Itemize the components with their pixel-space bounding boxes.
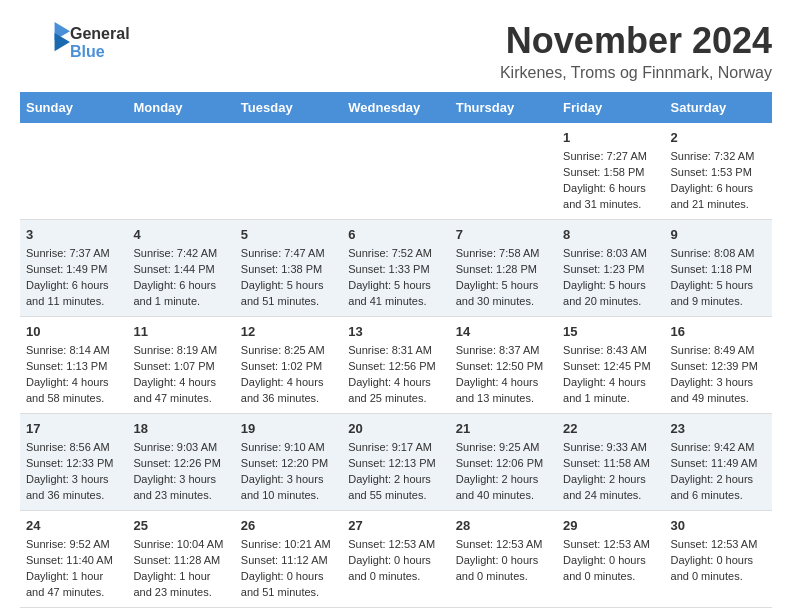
day-number: 14 (456, 323, 551, 341)
calendar-row: 3Sunrise: 7:37 AM Sunset: 1:49 PM Daylig… (20, 219, 772, 316)
header-tuesday: Tuesday (235, 92, 342, 123)
header-friday: Friday (557, 92, 664, 123)
calendar-cell: 2Sunrise: 7:32 AM Sunset: 1:53 PM Daylig… (665, 123, 772, 219)
calendar-cell: 27Sunset: 12:53 AM Daylight: 0 hours and… (342, 510, 449, 607)
calendar-cell: 19Sunrise: 9:10 AM Sunset: 12:20 PM Dayl… (235, 413, 342, 510)
day-number: 3 (26, 226, 121, 244)
header-saturday: Saturday (665, 92, 772, 123)
day-info: Sunrise: 9:25 AM Sunset: 12:06 PM Daylig… (456, 440, 551, 504)
day-info: Sunrise: 8:14 AM Sunset: 1:13 PM Dayligh… (26, 343, 121, 407)
day-info: Sunset: 12:53 AM Daylight: 0 hours and 0… (348, 537, 443, 585)
calendar-cell: 26Sunrise: 10:21 AM Sunset: 11:12 AM Day… (235, 510, 342, 607)
logo-text: GeneralBlue (70, 25, 130, 61)
day-number: 19 (241, 420, 336, 438)
day-info: Sunrise: 10:21 AM Sunset: 11:12 AM Dayli… (241, 537, 336, 601)
calendar-cell: 4Sunrise: 7:42 AM Sunset: 1:44 PM Daylig… (127, 219, 234, 316)
day-number: 26 (241, 517, 336, 535)
calendar-body: 1Sunrise: 7:27 AM Sunset: 1:58 PM Daylig… (20, 123, 772, 607)
calendar-cell: 17Sunrise: 8:56 AM Sunset: 12:33 PM Dayl… (20, 413, 127, 510)
calendar-cell: 11Sunrise: 8:19 AM Sunset: 1:07 PM Dayli… (127, 316, 234, 413)
day-info: Sunrise: 8:03 AM Sunset: 1:23 PM Dayligh… (563, 246, 658, 310)
logo-svg (20, 20, 70, 65)
day-number: 15 (563, 323, 658, 341)
day-number: 11 (133, 323, 228, 341)
day-number: 22 (563, 420, 658, 438)
calendar-cell: 25Sunrise: 10:04 AM Sunset: 11:28 AM Day… (127, 510, 234, 607)
day-number: 24 (26, 517, 121, 535)
day-number: 10 (26, 323, 121, 341)
day-number: 28 (456, 517, 551, 535)
calendar-cell: 8Sunrise: 8:03 AM Sunset: 1:23 PM Daylig… (557, 219, 664, 316)
day-info: Sunrise: 7:37 AM Sunset: 1:49 PM Dayligh… (26, 246, 121, 310)
day-number: 20 (348, 420, 443, 438)
calendar-cell: 29Sunset: 12:53 AM Daylight: 0 hours and… (557, 510, 664, 607)
calendar-cell: 24Sunrise: 9:52 AM Sunset: 11:40 AM Dayl… (20, 510, 127, 607)
calendar-cell: 1Sunrise: 7:27 AM Sunset: 1:58 PM Daylig… (557, 123, 664, 219)
day-info: Sunrise: 10:04 AM Sunset: 11:28 AM Dayli… (133, 537, 228, 601)
header-wednesday: Wednesday (342, 92, 449, 123)
calendar-row: 1Sunrise: 7:27 AM Sunset: 1:58 PM Daylig… (20, 123, 772, 219)
calendar-cell (235, 123, 342, 219)
calendar-cell: 21Sunrise: 9:25 AM Sunset: 12:06 PM Dayl… (450, 413, 557, 510)
day-number: 17 (26, 420, 121, 438)
day-number: 2 (671, 129, 766, 147)
day-number: 12 (241, 323, 336, 341)
day-info: Sunrise: 8:49 AM Sunset: 12:39 PM Daylig… (671, 343, 766, 407)
page-title: November 2024 (500, 20, 772, 62)
calendar-cell (450, 123, 557, 219)
logo: GeneralBlue (20, 20, 130, 65)
day-info: Sunrise: 8:31 AM Sunset: 12:56 PM Daylig… (348, 343, 443, 407)
calendar-cell: 3Sunrise: 7:37 AM Sunset: 1:49 PM Daylig… (20, 219, 127, 316)
day-number: 23 (671, 420, 766, 438)
day-number: 18 (133, 420, 228, 438)
day-info: Sunrise: 7:42 AM Sunset: 1:44 PM Dayligh… (133, 246, 228, 310)
day-number: 27 (348, 517, 443, 535)
day-number: 4 (133, 226, 228, 244)
calendar-cell: 30Sunset: 12:53 AM Daylight: 0 hours and… (665, 510, 772, 607)
day-number: 30 (671, 517, 766, 535)
day-info: Sunset: 12:53 AM Daylight: 0 hours and 0… (671, 537, 766, 585)
calendar-row: 10Sunrise: 8:14 AM Sunset: 1:13 PM Dayli… (20, 316, 772, 413)
day-info: Sunrise: 9:03 AM Sunset: 12:26 PM Daylig… (133, 440, 228, 504)
calendar-header: SundayMondayTuesdayWednesdayThursdayFrid… (20, 92, 772, 123)
header-sunday: Sunday (20, 92, 127, 123)
day-number: 13 (348, 323, 443, 341)
calendar-cell: 18Sunrise: 9:03 AM Sunset: 12:26 PM Dayl… (127, 413, 234, 510)
day-number: 7 (456, 226, 551, 244)
day-number: 25 (133, 517, 228, 535)
calendar-cell: 14Sunrise: 8:37 AM Sunset: 12:50 PM Dayl… (450, 316, 557, 413)
calendar-cell: 23Sunrise: 9:42 AM Sunset: 11:49 AM Dayl… (665, 413, 772, 510)
day-info: Sunrise: 9:10 AM Sunset: 12:20 PM Daylig… (241, 440, 336, 504)
day-number: 8 (563, 226, 658, 244)
day-info: Sunrise: 8:43 AM Sunset: 12:45 PM Daylig… (563, 343, 658, 407)
day-number: 9 (671, 226, 766, 244)
day-info: Sunrise: 8:37 AM Sunset: 12:50 PM Daylig… (456, 343, 551, 407)
day-number: 16 (671, 323, 766, 341)
day-info: Sunrise: 8:25 AM Sunset: 1:02 PM Dayligh… (241, 343, 336, 407)
header-monday: Monday (127, 92, 234, 123)
day-info: Sunrise: 8:56 AM Sunset: 12:33 PM Daylig… (26, 440, 121, 504)
day-info: Sunrise: 9:52 AM Sunset: 11:40 AM Daylig… (26, 537, 121, 601)
day-info: Sunrise: 8:08 AM Sunset: 1:18 PM Dayligh… (671, 246, 766, 310)
calendar-row: 17Sunrise: 8:56 AM Sunset: 12:33 PM Dayl… (20, 413, 772, 510)
day-info: Sunrise: 7:52 AM Sunset: 1:33 PM Dayligh… (348, 246, 443, 310)
calendar-row: 24Sunrise: 9:52 AM Sunset: 11:40 AM Dayl… (20, 510, 772, 607)
calendar-cell: 28Sunset: 12:53 AM Daylight: 0 hours and… (450, 510, 557, 607)
day-number: 6 (348, 226, 443, 244)
header-thursday: Thursday (450, 92, 557, 123)
calendar-table: SundayMondayTuesdayWednesdayThursdayFrid… (20, 92, 772, 608)
day-number: 5 (241, 226, 336, 244)
calendar-cell: 15Sunrise: 8:43 AM Sunset: 12:45 PM Dayl… (557, 316, 664, 413)
calendar-cell: 13Sunrise: 8:31 AM Sunset: 12:56 PM Dayl… (342, 316, 449, 413)
day-info: Sunset: 12:53 AM Daylight: 0 hours and 0… (456, 537, 551, 585)
day-info: Sunrise: 7:47 AM Sunset: 1:38 PM Dayligh… (241, 246, 336, 310)
calendar-cell: 20Sunrise: 9:17 AM Sunset: 12:13 PM Dayl… (342, 413, 449, 510)
day-number: 29 (563, 517, 658, 535)
calendar-cell: 22Sunrise: 9:33 AM Sunset: 11:58 AM Dayl… (557, 413, 664, 510)
day-info: Sunrise: 9:17 AM Sunset: 12:13 PM Daylig… (348, 440, 443, 504)
calendar-cell (20, 123, 127, 219)
calendar-cell: 10Sunrise: 8:14 AM Sunset: 1:13 PM Dayli… (20, 316, 127, 413)
calendar-cell: 9Sunrise: 8:08 AM Sunset: 1:18 PM Daylig… (665, 219, 772, 316)
title-section: November 2024 Kirkenes, Troms og Finnmar… (500, 20, 772, 82)
calendar-cell: 7Sunrise: 7:58 AM Sunset: 1:28 PM Daylig… (450, 219, 557, 316)
